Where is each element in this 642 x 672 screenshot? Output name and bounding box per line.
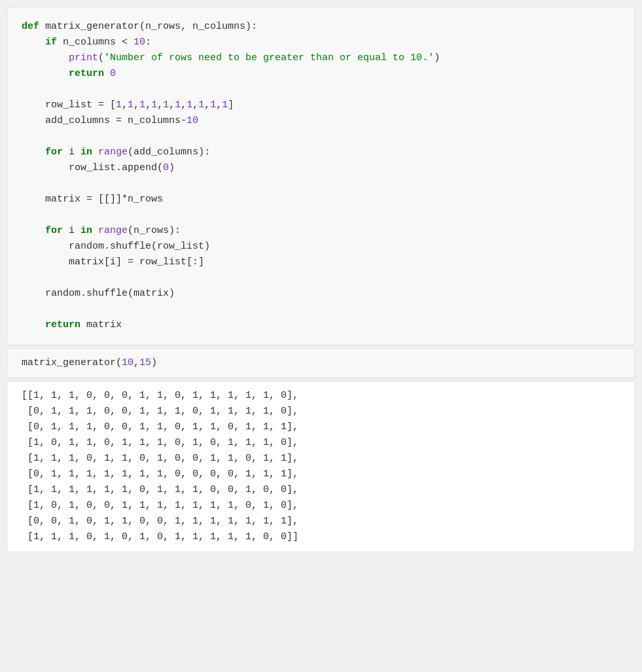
call-block: matrix_generator(10,15) xyxy=(7,348,635,378)
output-block: [[1, 1, 1, 0, 0, 0, 1, 1, 0, 1, 1, 1, 1,… xyxy=(7,381,635,552)
code-block: def matrix_generator(n_rows, n_columns):… xyxy=(7,7,635,345)
